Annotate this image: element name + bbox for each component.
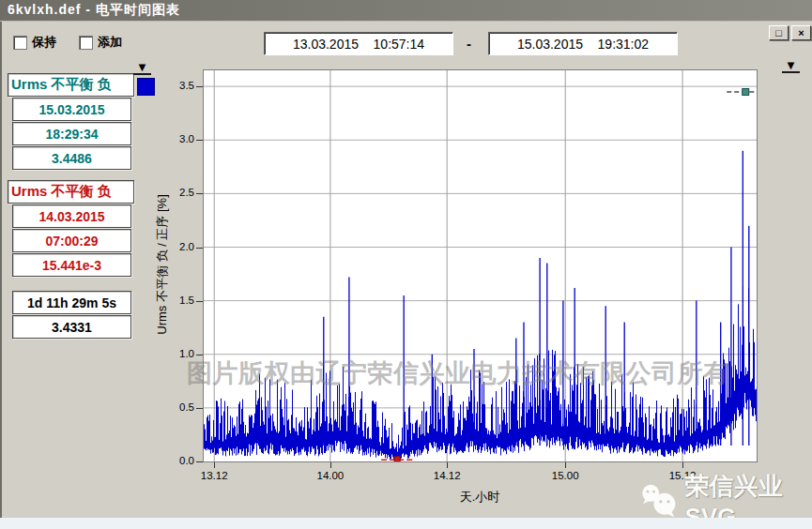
chart-options-dropdown-icon[interactable]: ▼: [782, 60, 800, 73]
max-series-name: Urms 不平衡 负: [8, 73, 134, 97]
wechat-icon: [639, 479, 679, 522]
y-tick-label: 2.5: [162, 187, 194, 198]
x-tick-label: 14.00: [310, 470, 351, 481]
hold-checkbox-label: 保持: [32, 34, 56, 51]
x-tick-label: 13.12: [193, 470, 235, 481]
y-tick-mark: [196, 193, 203, 194]
max-value-field[interactable]: 3.4486: [12, 146, 131, 170]
window-left-border: [0, 22, 2, 518]
y-tick-label: 0.5: [162, 401, 194, 413]
y-tick-label: 1.5: [162, 295, 194, 306]
x-axis-title: 天.小时: [449, 489, 511, 506]
x-tick-label: 15.00: [544, 470, 586, 481]
series-dropdown-icon[interactable]: ▼: [133, 62, 151, 75]
range-start-field[interactable]: 13.03.2015 10:57:14: [264, 32, 453, 55]
y-tick-label: 2.0: [162, 241, 194, 252]
x-tick-mark: [682, 462, 683, 468]
window-title: 6kvlxh.def - 电平时间图表: [8, 2, 180, 19]
span-duration-field[interactable]: 1d 11h 29m 5s: [12, 291, 131, 314]
close-button[interactable]: ×: [791, 25, 811, 40]
y-tick-label: 3.5: [162, 80, 194, 91]
y-tick-mark: [196, 461, 203, 462]
span-value-field[interactable]: 3.4331: [12, 315, 131, 339]
x-tick-mark: [330, 462, 331, 468]
range-separator: -: [467, 36, 471, 52]
add-checkbox[interactable]: [79, 36, 93, 50]
add-checkbox-group[interactable]: 添加: [79, 34, 122, 51]
max-time-field[interactable]: 18:29:34: [12, 122, 131, 145]
x-tick-label: 14.12: [426, 470, 467, 481]
y-tick-mark: [196, 86, 203, 87]
maximize-button[interactable]: □: [769, 25, 789, 40]
min-value-field[interactable]: 15.441e-3: [12, 253, 131, 277]
y-tick-mark: [196, 408, 203, 409]
app-window: 6kvlxh.def - 电平时间图表 □ × 保持 添加 13.03.2015…: [0, 0, 812, 529]
bottom-edge-strip: [0, 518, 812, 529]
max-date-field[interactable]: 15.03.2015: [12, 98, 131, 121]
hold-checkbox[interactable]: [13, 36, 27, 50]
min-series-name: Urms 不平衡 负: [8, 180, 134, 204]
copyright-watermark: 图片版权由辽宁荣信兴业电力技术有限公司所有: [187, 356, 750, 390]
range-end-field[interactable]: 15.03.2015 19:31:02: [488, 32, 678, 55]
y-tick-label: 3.0: [162, 133, 194, 144]
add-checkbox-label: 添加: [98, 34, 122, 51]
y-tick-mark: [196, 248, 203, 249]
series-color-swatch[interactable]: [137, 78, 155, 96]
waveform-chart: [204, 70, 757, 461]
y-tick-mark: [196, 355, 203, 355]
hold-checkbox-group[interactable]: 保持: [13, 34, 56, 51]
y-tick-label: 0.0: [162, 455, 194, 466]
y-tick-mark: [196, 140, 203, 141]
y-tick-mark: [196, 301, 203, 302]
x-tick-mark: [214, 462, 215, 468]
chart-plot-area[interactable]: [203, 69, 758, 462]
x-tick-mark: [565, 462, 566, 468]
title-bar[interactable]: 6kvlxh.def - 电平时间图表: [0, 0, 812, 22]
min-time-field[interactable]: 07:00:29: [12, 229, 131, 252]
x-tick-mark: [447, 462, 448, 468]
min-date-field[interactable]: 14.03.2015: [12, 204, 131, 228]
